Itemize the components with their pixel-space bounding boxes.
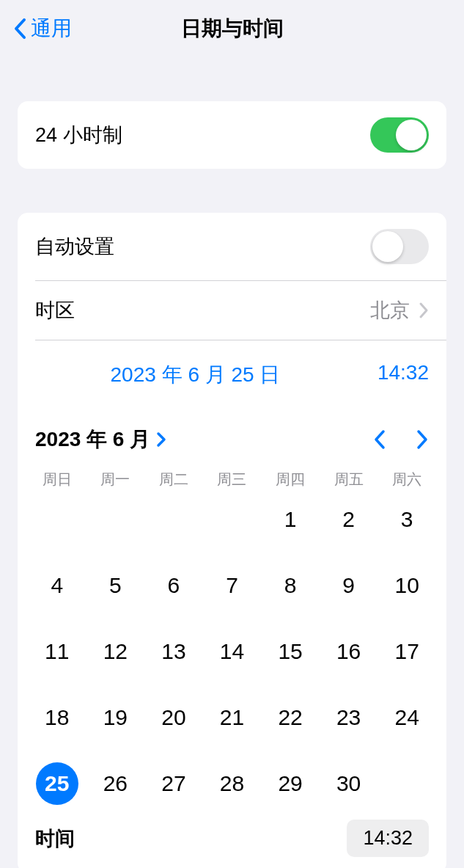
chevron-left-icon [13, 18, 26, 40]
day-cell[interactable]: 3 [378, 498, 436, 541]
day-cell[interactable]: 19 [86, 696, 145, 739]
time-picker[interactable]: 14:32 [347, 820, 429, 857]
day-cell[interactable]: 10 [378, 564, 436, 607]
day-cell[interactable]: 18 [28, 696, 86, 739]
weekday-label: 周四 [261, 470, 320, 489]
label-24h: 24 小时制 [35, 122, 122, 148]
label-timezone: 时区 [35, 297, 75, 324]
row-auto-set: 自动设置 [18, 213, 446, 280]
timezone-value-wrap: 北京 [370, 297, 429, 324]
month-label-text: 2023 年 6 月 [35, 426, 150, 453]
back-label: 通用 [31, 15, 72, 43]
day-cell[interactable]: 22 [261, 696, 320, 739]
weekday-label: 周一 [86, 470, 145, 489]
toggle-auto-set[interactable] [370, 229, 429, 264]
row-timezone[interactable]: 时区 北京 [18, 281, 446, 340]
section-settings: 自动设置 时区 北京 2023 年 6 月 25 日 14:32 2023 年 … [18, 213, 446, 868]
back-button[interactable]: 通用 [13, 15, 72, 43]
day-cell[interactable]: 8 [261, 564, 320, 607]
weekday-label: 周二 [144, 470, 203, 489]
day-cell[interactable]: 7 [203, 564, 262, 607]
current-time[interactable]: 14:32 [356, 361, 429, 389]
day-cell[interactable]: 12 [86, 630, 145, 673]
day-cell[interactable]: 26 [86, 762, 145, 805]
header: 通用 日期与时间 [0, 0, 464, 57]
month-nav: 2023 年 6 月 [18, 402, 446, 467]
day-cell[interactable]: 21 [203, 696, 262, 739]
day-selected: 25 [36, 762, 78, 805]
day-empty [144, 498, 203, 541]
datetime-display: 2023 年 6 月 25 日 14:32 [18, 340, 446, 402]
day-cell[interactable]: 17 [378, 630, 436, 673]
day-cell[interactable]: 24 [378, 696, 436, 739]
label-auto-set: 自动设置 [35, 233, 114, 260]
day-cell[interactable]: 2 [320, 498, 378, 541]
day-cell[interactable]: 28 [203, 762, 262, 805]
weekday-header: 周日周一周二周三周四周五周六 [18, 467, 446, 495]
time-row: 时间 14:32 [18, 814, 446, 868]
day-cell[interactable]: 5 [86, 564, 145, 607]
next-month-button[interactable] [416, 428, 429, 451]
day-cell[interactable]: 13 [144, 630, 203, 673]
day-cell[interactable]: 30 [320, 762, 378, 805]
day-cell[interactable]: 20 [144, 696, 203, 739]
weekday-label: 周三 [203, 470, 262, 489]
chevron-right-icon [419, 302, 429, 319]
toggle-24h[interactable] [370, 117, 429, 153]
day-cell[interactable]: 25 [28, 762, 86, 805]
toggle-knob [396, 120, 427, 150]
day-cell[interactable]: 9 [320, 564, 378, 607]
page-title: 日期与时间 [181, 15, 284, 43]
section-24h: 24 小时制 [18, 101, 446, 169]
prev-month-button[interactable] [373, 428, 386, 451]
day-cell[interactable]: 29 [261, 762, 320, 805]
current-date[interactable]: 2023 年 6 月 25 日 [35, 361, 356, 389]
day-cell[interactable]: 16 [320, 630, 378, 673]
row-24h: 24 小时制 [18, 101, 446, 169]
day-cell[interactable]: 15 [261, 630, 320, 673]
day-cell[interactable]: 1 [261, 498, 320, 541]
day-cell[interactable]: 23 [320, 696, 378, 739]
chevron-right-icon [156, 431, 166, 448]
month-arrows [373, 428, 429, 451]
weekday-label: 周日 [28, 470, 86, 489]
day-cell[interactable]: 11 [28, 630, 86, 673]
day-cell[interactable]: 4 [28, 564, 86, 607]
day-cell[interactable]: 14 [203, 630, 262, 673]
month-picker[interactable]: 2023 年 6 月 [35, 426, 166, 453]
day-empty [86, 498, 145, 541]
weekday-label: 周六 [378, 470, 436, 489]
day-empty [203, 498, 262, 541]
timezone-value: 北京 [370, 297, 410, 324]
time-label: 时间 [35, 825, 75, 852]
toggle-knob [372, 231, 403, 262]
calendar-grid: 1234567891011121314151617181920212223242… [18, 495, 446, 814]
day-cell[interactable]: 6 [144, 564, 203, 607]
weekday-label: 周五 [320, 470, 378, 489]
day-empty [28, 498, 86, 541]
day-cell[interactable]: 27 [144, 762, 203, 805]
